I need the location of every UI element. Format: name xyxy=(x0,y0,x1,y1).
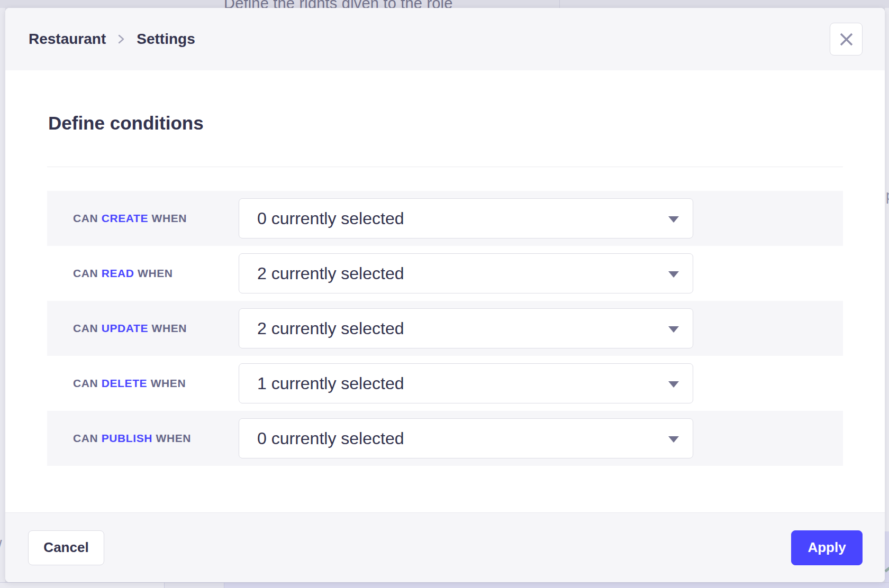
background-left-sliver: rdgptieewa xyxy=(0,8,5,582)
permission-label: CAN DELETE WHEN xyxy=(73,377,239,390)
chevron-right-icon xyxy=(117,32,125,46)
chevron-down-icon xyxy=(668,381,679,388)
breadcrumb-section: Restaurant xyxy=(29,31,106,48)
condition-rows: CAN CREATE WHEN 0 currently selected CAN… xyxy=(47,191,843,466)
modal-footer: Cancel Apply xyxy=(5,512,885,582)
chevron-down-icon xyxy=(668,216,679,223)
background-bottom-left xyxy=(0,583,164,588)
conditions-select[interactable]: 0 currently selected xyxy=(239,198,693,238)
condition-row: CAN PUBLISH WHEN 0 currently selected xyxy=(47,411,843,466)
modal-title: Define conditions xyxy=(47,112,843,135)
background-footer-fragment xyxy=(885,531,889,582)
condition-row: CAN READ WHEN 2 currently selected xyxy=(47,246,843,301)
conditions-select[interactable]: 1 currently selected xyxy=(239,363,693,403)
permission-label: CAN PUBLISH WHEN xyxy=(73,432,239,445)
conditions-select[interactable]: 0 currently selected xyxy=(239,418,693,458)
permission-label: CAN READ WHEN xyxy=(73,267,239,280)
condition-row: CAN CREATE WHEN 0 currently selected xyxy=(47,191,843,246)
chevron-down-icon xyxy=(668,326,679,333)
permission-label: CAN CREATE WHEN xyxy=(73,212,239,225)
title-divider xyxy=(47,167,843,167)
background-right-sliver: p xyxy=(885,8,889,582)
close-button[interactable] xyxy=(830,23,863,56)
x-icon xyxy=(839,32,854,47)
background-text-fragment: p xyxy=(886,188,889,204)
conditions-select[interactable]: 2 currently selected xyxy=(239,253,693,293)
breadcrumb-page: Settings xyxy=(137,31,195,48)
background-page-subtitle: Define the rights given to the role xyxy=(224,0,453,8)
background-bottom-strip xyxy=(0,582,889,588)
condition-row: CAN DELETE WHEN 1 currently selected xyxy=(47,356,843,411)
background-bottom-right xyxy=(224,583,889,588)
define-conditions-modal: Restaurant Settings Define conditions CA… xyxy=(5,8,885,582)
condition-row: CAN UPDATE WHEN 2 currently selected xyxy=(47,301,843,356)
background-divider xyxy=(559,0,560,8)
background-text-fragment: w xyxy=(0,535,2,552)
background-page-strip: Define the rights given to the role xyxy=(0,0,889,8)
breadcrumb: Restaurant Settings xyxy=(29,31,195,48)
chevron-down-icon xyxy=(668,271,679,278)
apply-button[interactable]: Apply xyxy=(791,530,863,565)
chevron-down-icon xyxy=(668,436,679,443)
cancel-button[interactable]: Cancel xyxy=(28,530,104,565)
conditions-select[interactable]: 2 currently selected xyxy=(239,308,693,348)
background-bottom-mid xyxy=(164,583,224,588)
modal-header: Restaurant Settings xyxy=(5,8,885,70)
permission-label: CAN UPDATE WHEN xyxy=(73,322,239,335)
modal-body: Define conditions CAN CREATE WHEN 0 curr… xyxy=(5,70,885,512)
